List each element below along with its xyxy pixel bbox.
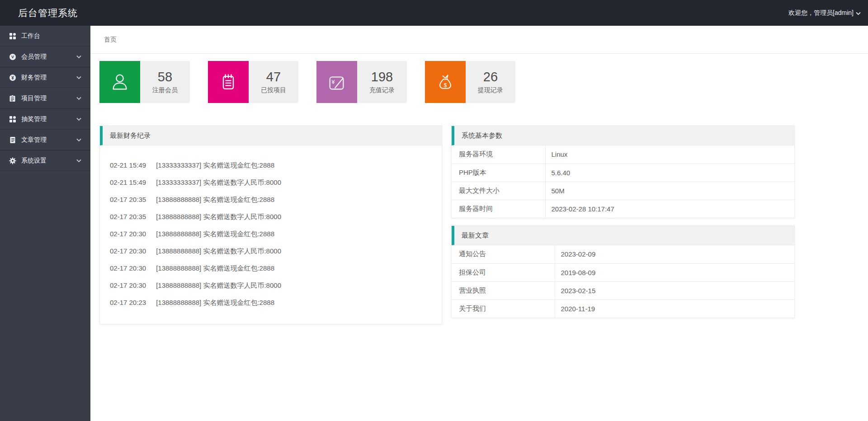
table-row: 通知公告 2023-02-09 <box>452 245 794 263</box>
panels-row: 最新财务纪录 02-21 15:49 [13333333337] 实名赠送现金红… <box>99 126 868 324</box>
table-row: 服务器时间 2023-02-28 10:17:47 <box>452 200 794 218</box>
breadcrumb-home[interactable]: 首页 <box>104 36 117 44</box>
user-icon <box>99 61 140 103</box>
stat-label: 注册会员 <box>152 86 178 94</box>
sidebar: 工作台 V 会员管理 ¥ 财务管理 <box>0 26 90 421</box>
article-date: 2023-02-09 <box>555 245 794 263</box>
yen-receipt-icon: ¥ <box>316 61 357 103</box>
article-title: 通知公告 <box>452 245 555 263</box>
article-date: 2019-08-09 <box>555 263 794 281</box>
stat-value: 47 <box>266 70 281 84</box>
latest-articles-panel: 最新文章 通知公告 2023-02-09 <box>451 225 795 318</box>
notepad-icon <box>208 61 249 103</box>
finance-record-row: 02-21 15:49 [13333333337] 实名赠送现金红包:2888 <box>100 157 442 174</box>
table-row: 关于我们 2020-11-19 <box>452 299 794 318</box>
stat-label: 充值记录 <box>369 86 395 94</box>
sidebar-item-settings[interactable]: 系统设置 <box>0 150 90 171</box>
param-value: 2023-02-28 10:17:47 <box>545 200 794 218</box>
finance-yen-icon: ¥ <box>9 74 16 81</box>
panel-title: 系统基本参数 <box>462 131 502 140</box>
finance-panel: 最新财务纪录 02-21 15:49 [13333333337] 实名赠送现金红… <box>99 126 442 324</box>
record-text: [13333333337] 实名赠送现金红包:2888 <box>156 161 274 169</box>
record-time: 02-21 15:49 <box>110 157 154 174</box>
param-value: 5.6.40 <box>545 164 794 182</box>
stat-cards-row: 58 注册会员 47 已投项目 <box>99 61 868 103</box>
panel-title: 最新财务纪录 <box>110 131 151 140</box>
stat-card-recharge-records[interactable]: ¥ 198 充值记录 <box>316 61 407 103</box>
sidebar-item-label: 系统设置 <box>21 157 76 165</box>
record-text: [13888888888] 实名赠送现金红包:2888 <box>156 230 274 238</box>
record-time: 02-17 20:30 <box>110 243 154 260</box>
param-value: 50M <box>545 182 794 200</box>
param-label: 服务器环境 <box>452 145 545 164</box>
sidebar-item-label: 项目管理 <box>21 94 76 103</box>
chevron-down-icon <box>856 12 861 15</box>
sidebar-item-label: 抽奖管理 <box>21 115 76 123</box>
page: 后台管理系统 欢迎您，管理员[admin] 工作台 V <box>0 0 868 421</box>
stat-card-withdraw-records[interactable]: $ 26 提现记录 <box>425 61 515 103</box>
stat-card-invested-projects[interactable]: 47 已投项目 <box>208 61 298 103</box>
panel-title: 最新文章 <box>462 231 489 240</box>
finance-record-list: 02-21 15:49 [13333333337] 实名赠送现金红包:2888 … <box>100 145 442 324</box>
svg-text:V: V <box>11 55 14 59</box>
stat-info: 58 注册会员 <box>140 61 190 103</box>
article-doc-icon <box>9 136 16 144</box>
top-header: 后台管理系统 欢迎您，管理员[admin] <box>0 0 868 26</box>
record-time: 02-17 20:35 <box>110 208 154 225</box>
record-text: [13888888888] 实名赠送现金红包:2888 <box>156 196 274 203</box>
article-title: 关于我们 <box>452 299 555 318</box>
article-date: 2023-02-15 <box>555 281 794 299</box>
latest-articles-table: 通知公告 2023-02-09 担保公司 2019-08-09 <box>452 245 794 318</box>
stat-value: 26 <box>483 70 498 84</box>
system-params-table: 服务器环境 Linux PHP版本 5.6.40 <box>452 145 794 218</box>
content: 58 注册会员 47 已投项目 <box>90 54 868 324</box>
lottery-grid-icon <box>9 115 16 123</box>
chevron-down-icon <box>76 117 81 121</box>
finance-record-row: 02-17 20:35 [13888888888] 实名赠送数字人民币:8000 <box>100 208 442 225</box>
sidebar-item-finance[interactable]: ¥ 财务管理 <box>0 67 90 88</box>
sidebar-item-lottery[interactable]: 抽奖管理 <box>0 109 90 130</box>
table-row: 最大文件大小 50M <box>452 182 794 200</box>
record-text: [13333333337] 实名赠送数字人民币:8000 <box>156 178 281 186</box>
stat-value: 58 <box>158 70 172 84</box>
svg-text:¥: ¥ <box>331 79 335 85</box>
stat-label: 提现记录 <box>478 86 503 94</box>
param-label: 最大文件大小 <box>452 182 545 200</box>
article-date: 2020-11-19 <box>555 299 794 318</box>
chevron-down-icon <box>76 55 81 59</box>
stat-label: 已投项目 <box>261 86 286 94</box>
latest-articles-header: 最新文章 <box>452 226 794 245</box>
main-area: 首页 58 注册会员 <box>90 26 868 421</box>
record-text: [13888888888] 实名赠送数字人民币:8000 <box>156 213 281 220</box>
record-text: [13888888888] 实名赠送现金红包:2888 <box>156 299 274 306</box>
svg-text:¥: ¥ <box>11 75 14 80</box>
record-time: 02-17 20:30 <box>110 260 154 277</box>
finance-record-row: 02-17 20:30 [13888888888] 实名赠送现金红包:2888 <box>100 225 442 243</box>
sidebar-item-label: 工作台 <box>21 32 81 40</box>
record-time: 02-21 15:49 <box>110 174 154 191</box>
sidebar-item-label: 财务管理 <box>21 74 76 82</box>
chevron-down-icon <box>76 138 81 142</box>
welcome-text: 欢迎您，管理员[admin] <box>788 9 854 17</box>
finance-record-row: 02-17 20:30 [13888888888] 实名赠送数字人民币:8000 <box>100 277 442 294</box>
sidebar-item-articles[interactable]: 文章管理 <box>0 130 90 150</box>
stat-value: 198 <box>371 70 393 84</box>
chevron-down-icon <box>76 76 81 80</box>
member-circle-icon: V <box>9 53 16 61</box>
stat-info: 26 提现记录 <box>466 61 515 103</box>
record-text: [13888888888] 实名赠送数字人民币:8000 <box>156 247 281 255</box>
sidebar-item-members[interactable]: V 会员管理 <box>0 47 90 67</box>
stat-info: 47 已投项目 <box>249 61 298 103</box>
table-row: PHP版本 5.6.40 <box>452 164 794 182</box>
sidebar-item-workbench[interactable]: 工作台 <box>0 26 90 47</box>
stat-card-registered-members[interactable]: 58 注册会员 <box>99 61 190 103</box>
gear-icon <box>9 157 16 164</box>
user-menu[interactable]: 欢迎您，管理员[admin] <box>788 9 868 17</box>
param-label: PHP版本 <box>452 164 545 182</box>
table-row: 营业执照 2023-02-15 <box>452 281 794 299</box>
finance-panel-header: 最新财务纪录 <box>100 126 442 145</box>
sidebar-item-projects[interactable]: 项目管理 <box>0 88 90 109</box>
console-grid-icon <box>9 32 16 40</box>
sidebar-item-label: 文章管理 <box>21 136 76 144</box>
article-title: 营业执照 <box>452 281 555 299</box>
